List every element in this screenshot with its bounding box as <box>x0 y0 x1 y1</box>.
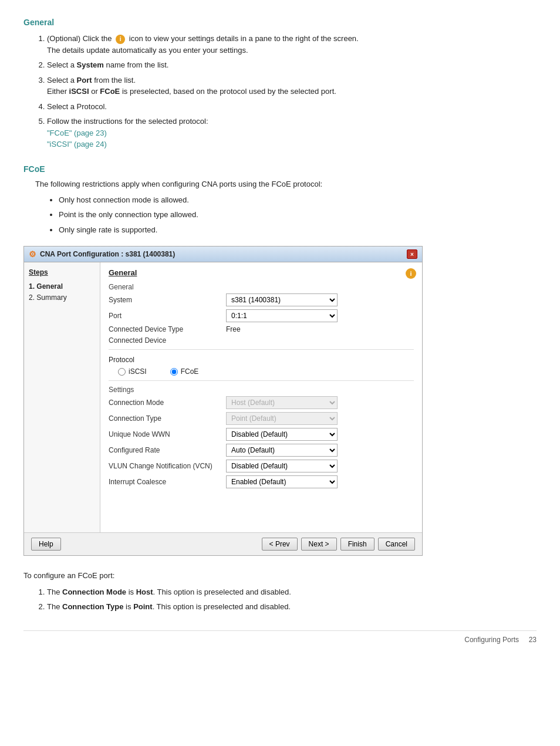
fcoe-bullet-list: Only host connection mode is allowed. Po… <box>59 194 537 236</box>
fcoe-intro: The following restrictions apply when co… <box>35 180 537 188</box>
general-section: General (Optional) Click the i icon to v… <box>23 18 537 150</box>
form-row-vlun-change: VLUN Change Notification (VCN) Disabled … <box>109 460 414 472</box>
vlun-change-value[interactable]: Disabled (Default) <box>226 460 414 472</box>
form-row-system: System s381 (1400381) <box>109 293 414 306</box>
step-1-general[interactable]: 1. General <box>29 281 95 292</box>
form-row-connection-type: Connection Type Point (Default) <box>109 412 414 425</box>
connection-type-label: Connection Type <box>109 414 226 423</box>
dialog-title-text: CNA Port Configuration : s381 (1400381) <box>40 250 175 258</box>
port-value[interactable]: 0:1:1 <box>226 309 414 322</box>
fcoe-section: FCoE The following restrictions apply wh… <box>23 164 537 236</box>
general-heading: General <box>23 18 537 27</box>
vlun-change-select[interactable]: Disabled (Default) <box>226 460 338 472</box>
connection-mode-label: Connection Mode <box>109 399 226 407</box>
unique-node-wwn-value[interactable]: Disabled (Default) <box>226 428 414 441</box>
cancel-button[interactable]: Cancel <box>378 538 415 551</box>
form-general-label: General <box>109 283 414 291</box>
form-row-interrupt-coalesce: Interrupt Coalesce Enabled (Default) <box>109 475 414 488</box>
form-row-connection-mode: Connection Mode Host (Default) <box>109 396 414 409</box>
connection-type-value: Point (Default) <box>226 412 414 425</box>
dialog-main-content: General i General System s381 (1400381) … <box>100 262 422 532</box>
port-label: Port <box>109 312 226 320</box>
step-2-summary[interactable]: 2. Summary <box>29 292 95 303</box>
radio-option-iscsi[interactable]: iSCSI <box>118 367 147 376</box>
dialog-footer: Help < Prev Next > Finish Cancel <box>24 532 422 555</box>
dialog-icon: ⚙ <box>29 249 36 259</box>
interrupt-coalesce-select[interactable]: Enabled (Default) <box>226 475 338 488</box>
form-row-unique-node-wwn: Unique Node WWN Disabled (Default) <box>109 428 414 441</box>
connected-device-type-label: Connected Device Type <box>109 325 226 333</box>
dialog-titlebar: ⚙ CNA Port Configuration : s381 (1400381… <box>24 247 422 262</box>
vlun-change-label: VLUN Change Notification (VCN) <box>109 462 226 470</box>
content-info-icon[interactable]: i <box>406 268 416 279</box>
protocol-label: Protocol <box>109 356 414 364</box>
radio-fcoe-label: FCoE <box>181 367 199 376</box>
fcoe-link[interactable]: "FCoE" (page 23) <box>47 129 107 137</box>
fcoe-heading: FCoE <box>23 164 537 174</box>
form-row-port: Port 0:1:1 <box>109 309 414 322</box>
settings-label: Settings <box>109 386 414 394</box>
dialog-close-button[interactable]: × <box>407 249 417 259</box>
page-footer: Configuring Ports 23 <box>23 630 537 644</box>
iscsi-link[interactable]: "iSCSI" (page 24) <box>47 140 107 148</box>
bottom-intro: To configure an FCoE port: <box>23 570 537 582</box>
interrupt-coalesce-value[interactable]: Enabled (Default) <box>226 475 414 488</box>
content-spacer <box>109 491 414 526</box>
content-heading: General <box>109 268 414 277</box>
cna-port-config-dialog: ⚙ CNA Port Configuration : s381 (1400381… <box>23 246 423 556</box>
connection-type-select: Point (Default) <box>226 412 338 425</box>
dialog-wrapper: ⚙ CNA Port Configuration : s381 (1400381… <box>23 246 537 556</box>
interrupt-coalesce-label: Interrupt Coalesce <box>109 478 226 486</box>
port-select[interactable]: 0:1:1 <box>226 309 338 322</box>
form-separator-2 <box>109 380 414 381</box>
steps-header: Steps <box>29 268 95 276</box>
system-label: System <box>109 296 226 304</box>
system-value[interactable]: s381 (1400381) <box>226 293 414 306</box>
form-row-connected-device: Connected Device <box>109 336 414 345</box>
connection-mode-value: Host (Default) <box>226 396 414 409</box>
radio-option-fcoe[interactable]: FCoE <box>170 367 199 376</box>
footer-page: 23 <box>529 636 537 644</box>
unique-node-wwn-select[interactable]: Disabled (Default) <box>226 428 338 441</box>
fcoe-bullet-3: Only single rate is supported. <box>59 224 537 236</box>
configured-rate-label: Configured Rate <box>109 446 226 454</box>
protocol-section: Protocol iSCSI FCoE <box>109 356 414 376</box>
general-step-4: Select a Protocol. <box>47 101 537 113</box>
finish-button[interactable]: Finish <box>340 538 375 551</box>
fcoe-bullet-1: Only host connection mode is allowed. <box>59 194 537 206</box>
help-button[interactable]: Help <box>31 538 61 551</box>
fcoe-bullet-2: Point is the only connection type allowe… <box>59 209 537 221</box>
system-select[interactable]: s381 (1400381) <box>226 293 338 306</box>
connection-mode-select: Host (Default) <box>226 396 338 409</box>
general-steps-list: (Optional) Click the i icon to view your… <box>47 33 537 150</box>
bottom-item-2: The Connection Type is Point. This optio… <box>47 601 537 613</box>
configured-rate-select[interactable]: Auto (Default) <box>226 444 338 457</box>
form-separator-1 <box>109 349 414 350</box>
connected-device-type-value: Free <box>226 325 414 333</box>
radio-iscsi-label: iSCSI <box>129 367 147 376</box>
general-step-1: (Optional) Click the i icon to view your… <box>47 33 537 56</box>
dialog-body: Steps 1. General 2. Summary General i Ge… <box>24 262 422 532</box>
steps-panel: Steps 1. General 2. Summary <box>24 262 100 532</box>
radio-fcoe[interactable] <box>170 368 178 376</box>
bottom-section: To configure an FCoE port: The Connectio… <box>23 570 537 613</box>
general-step-3: Select a Port from the list. Either iSCS… <box>47 75 537 97</box>
form-row-configured-rate: Configured Rate Auto (Default) <box>109 444 414 457</box>
bottom-item-1: The Connection Mode is Host. This option… <box>47 586 537 598</box>
radio-iscsi[interactable] <box>118 368 126 376</box>
unique-node-wwn-label: Unique Node WWN <box>109 430 226 438</box>
dialog-title-left: ⚙ CNA Port Configuration : s381 (1400381… <box>29 249 175 259</box>
bottom-list: The Connection Mode is Host. This option… <box>47 586 537 613</box>
general-step-5: Follow the instructions for the selected… <box>47 116 537 150</box>
prev-button[interactable]: < Prev <box>262 538 298 551</box>
radio-row-protocol: iSCSI FCoE <box>118 367 414 376</box>
general-step-2: Select a System name from the list. <box>47 59 537 71</box>
footer-text: Configuring Ports <box>464 636 519 644</box>
next-button[interactable]: Next > <box>301 538 337 551</box>
info-icon-inline: i <box>116 35 125 44</box>
configured-rate-value[interactable]: Auto (Default) <box>226 444 414 457</box>
connected-device-label: Connected Device <box>109 336 226 345</box>
form-row-connected-device-type: Connected Device Type Free <box>109 325 414 333</box>
